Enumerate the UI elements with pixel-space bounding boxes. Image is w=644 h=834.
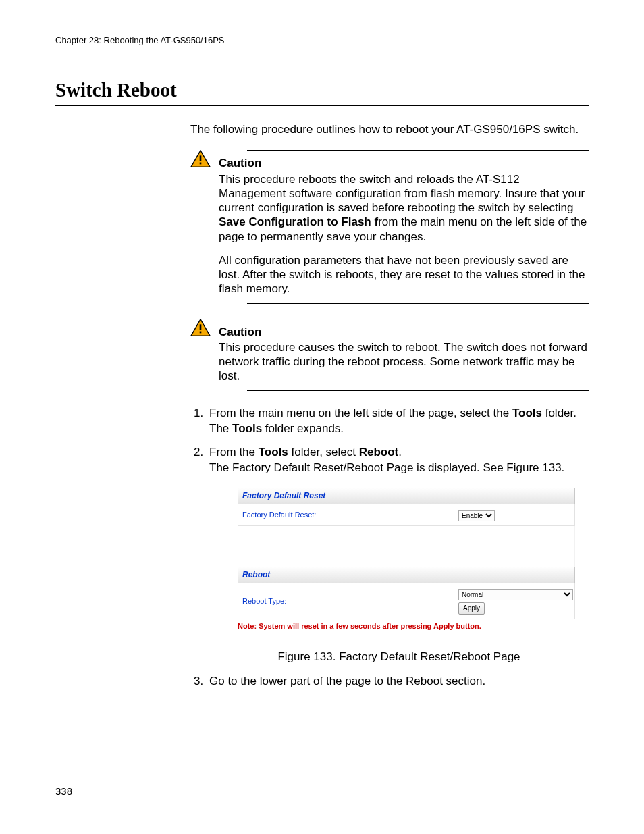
caution-icon [190, 319, 211, 336]
reboot-type-label: Reboot Type: [242, 597, 458, 606]
panel-2-title: Reboot [238, 567, 575, 583]
reboot-type-select[interactable]: Normal [458, 589, 573, 600]
step-2: From the Tools folder, select Reboot. Th… [207, 445, 589, 664]
factory-default-reset-label: Factory Default Reset: [242, 511, 458, 520]
page-title: Switch Reboot [55, 79, 589, 101]
factory-default-reset-select[interactable]: Enable [458, 510, 495, 521]
page-number: 338 [55, 785, 72, 797]
svg-rect-4 [200, 324, 202, 330]
apply-button[interactable]: Apply [458, 602, 485, 615]
step-1: From the main menu on the left side of t… [207, 406, 589, 436]
caution-1-para-1: This procedure reboots the switch and re… [219, 172, 589, 244]
caution-block-2: Caution This procedure causes the switch… [190, 319, 589, 391]
chapter-header: Chapter 28: Rebooting the AT-GS950/16PS [55, 35, 589, 45]
steps-list: From the main menu on the left side of t… [190, 406, 589, 688]
panel-1-title: Factory Default Reset [238, 488, 575, 504]
step-3: Go to the lower part of the page to the … [207, 674, 589, 688]
figure-caption: Figure 133. Factory Default Reset/Reboot… [209, 650, 589, 664]
intro-paragraph: The following procedure outlines how to … [190, 122, 589, 136]
svg-rect-5 [200, 331, 202, 333]
caution-1-para-2: All configuration parameters that have n… [219, 253, 589, 296]
step-1-sub: The Tools folder expands. [209, 421, 589, 436]
caution-block-1: Caution This procedure reboots the switc… [190, 150, 589, 303]
caution-icon [190, 150, 211, 167]
figure-note: Note: System will reset in a few seconds… [238, 622, 575, 631]
figure-133: Factory Default Reset Factory Default Re… [238, 488, 575, 631]
title-rule [55, 105, 589, 106]
svg-rect-2 [200, 163, 202, 165]
caution-2-para-1: This procedure causes the switch to rebo… [219, 340, 589, 384]
svg-rect-1 [200, 156, 202, 161]
caution-label: Caution [219, 325, 589, 339]
step-2-sub: The Factory Default Reset/Reboot Page is… [209, 461, 589, 475]
caution-label: Caution [219, 156, 589, 170]
